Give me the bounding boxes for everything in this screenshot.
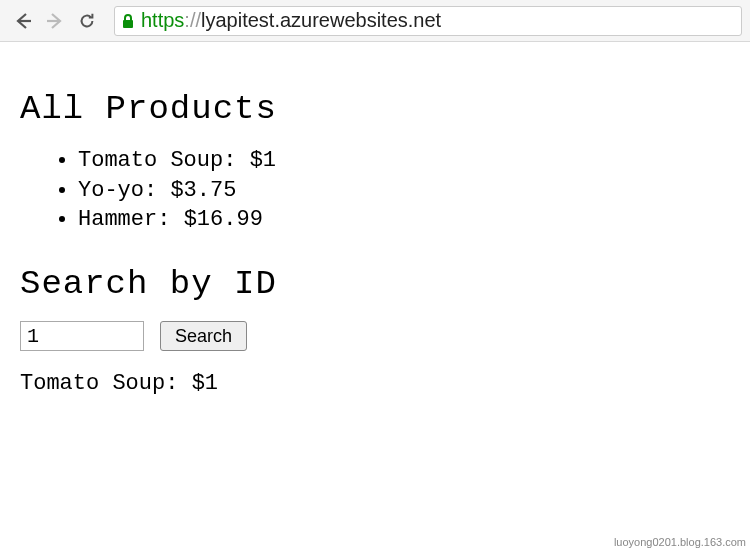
list-item: Hammer: $16.99 [78,205,730,235]
heading-all-products: All Products [20,90,730,128]
product-price: $16.99 [184,207,263,232]
list-item: Tomato Soup: $1 [78,146,730,176]
product-name: Yo-yo [78,178,144,203]
url-scheme: https [141,9,184,32]
browser-toolbar: https://lyapitest.azurewebsites.net [0,0,750,42]
svg-rect-0 [123,20,133,28]
product-name: Hammer [78,207,157,232]
search-result: Tomato Soup: $1 [20,371,730,396]
product-list: Tomato Soup: $1 Yo-yo: $3.75 Hammer: $16… [78,146,730,235]
product-price: $3.75 [170,178,236,203]
list-item: Yo-yo: $3.75 [78,176,730,206]
id-input[interactable] [20,321,144,351]
reload-button[interactable] [72,6,102,36]
product-price: $1 [250,148,276,173]
address-bar[interactable]: https://lyapitest.azurewebsites.net [114,6,742,36]
back-button[interactable] [8,6,38,36]
result-price: $1 [192,371,218,396]
forward-button[interactable] [40,6,70,36]
url-separator: :// [184,9,201,32]
arrow-right-icon [45,11,65,31]
page-content: All Products Tomato Soup: $1 Yo-yo: $3.7… [0,42,750,414]
product-name: Tomato Soup [78,148,223,173]
heading-search-by-id: Search by ID [20,265,730,303]
watermark: luoyong0201.blog.163.com [614,536,746,548]
reload-icon [78,12,96,30]
arrow-left-icon [13,11,33,31]
result-name: Tomato Soup [20,371,165,396]
search-row: Search [20,321,730,351]
search-button[interactable]: Search [160,321,247,351]
lock-icon [121,13,135,29]
url-host: lyapitest.azurewebsites.net [201,9,441,32]
